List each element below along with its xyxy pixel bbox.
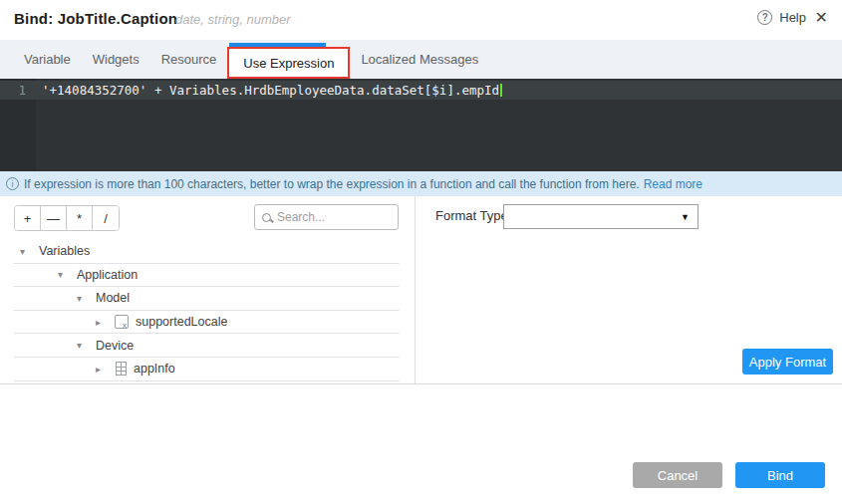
tree-item-label: supportedLocale	[136, 315, 227, 329]
editor-current-line: 1 '+14084352700' + Variables.HrdbEmploye…	[0, 81, 842, 100]
tab-bar: Variable Widgets Resource Use Expression…	[0, 40, 842, 79]
tree-item-supportedlocale[interactable]: ▸ x supportedLocale	[14, 311, 400, 335]
array-variable-icon: x	[115, 315, 129, 329]
format-type-dropdown[interactable]: ▼	[503, 204, 699, 229]
minus-operator-button[interactable]: —	[41, 206, 67, 230]
variables-panel: + — * / ▾ Variables ▾ Application	[0, 196, 416, 384]
bind-dialog: Bind: JobTitle.Caption date, string, num…	[0, 0, 842, 504]
format-panel: Format Type ▼ Apply Format	[417, 196, 842, 384]
expression-editor[interactable]: 1 '+14084352700' + Variables.HrdbEmploye…	[0, 79, 842, 171]
read-more-link[interactable]: Read more	[644, 177, 702, 191]
tree-item-appinfo[interactable]: ▸ appInfo	[14, 358, 400, 381]
chevron-right-icon[interactable]: ▸	[96, 364, 108, 375]
main-area: + — * / ▾ Variables ▾ Application	[0, 196, 842, 384]
apply-format-button[interactable]: Apply Format	[742, 349, 833, 375]
multiply-operator-button[interactable]: *	[67, 206, 93, 230]
tree-item-label: Model	[96, 291, 130, 305]
tab-use-expression[interactable]: Use Expression	[227, 47, 350, 79]
search-box[interactable]	[254, 204, 399, 230]
dialog-title: Bind: JobTitle.Caption	[14, 10, 177, 27]
expression-code: '+14084352700' + Variables.HrdbEmployeeD…	[36, 83, 499, 98]
tree-item-label: Variables	[39, 244, 90, 258]
tree-item-label: Device	[96, 339, 134, 353]
search-input[interactable]	[277, 210, 387, 224]
tree-item-application[interactable]: ▾ Application	[14, 264, 400, 288]
dialog-footer: Cancel Bind	[633, 462, 825, 488]
line-number: 1	[0, 83, 36, 98]
help-label: Help	[779, 10, 806, 25]
tab-widgets[interactable]: Widgets	[82, 40, 150, 79]
chevron-down-icon[interactable]: ▾	[20, 246, 32, 257]
chevron-right-icon[interactable]: ▸	[96, 317, 108, 328]
tab-localized-messages[interactable]: Localized Messages	[350, 40, 489, 79]
info-icon: i	[6, 177, 19, 190]
tree-item-label: Application	[77, 268, 138, 282]
close-icon[interactable]: ✕	[815, 9, 828, 27]
tree-item-variables[interactable]: ▾ Variables	[14, 240, 400, 264]
active-tab-indicator	[229, 43, 326, 47]
dialog-header: Bind: JobTitle.Caption date, string, num…	[0, 0, 842, 36]
info-text: If expression is more than 100 character…	[24, 177, 640, 191]
info-bar: i If expression is more than 100 charact…	[0, 171, 842, 196]
object-variable-icon	[116, 362, 127, 376]
tree-item-model[interactable]: ▾ Model	[14, 287, 400, 311]
chevron-down-icon[interactable]: ▾	[77, 340, 89, 351]
format-type-label: Format Type	[435, 208, 508, 223]
plus-operator-button[interactable]: +	[15, 206, 41, 230]
dialog-subtitle: date, string, number	[175, 12, 291, 27]
tree-item-label: appInfo	[134, 362, 175, 376]
divide-operator-button[interactable]: /	[93, 206, 119, 230]
tab-resource[interactable]: Resource	[150, 40, 228, 79]
tree-item-device[interactable]: ▾ Device	[14, 334, 400, 358]
tab-variable[interactable]: Variable	[13, 40, 82, 79]
bind-button[interactable]: Bind	[735, 462, 825, 488]
operator-button-group: + — * /	[14, 205, 120, 231]
cancel-button[interactable]: Cancel	[633, 462, 722, 488]
chevron-down-icon[interactable]: ▾	[58, 269, 70, 280]
variables-tree: ▾ Variables ▾ Application ▾ Model ▸ x su…	[0, 240, 416, 381]
chevron-down-icon[interactable]: ▾	[77, 293, 89, 304]
text-cursor	[500, 84, 502, 97]
search-icon	[262, 213, 271, 222]
help-icon: ?	[757, 10, 772, 25]
dropdown-arrow-icon: ▼	[681, 212, 690, 222]
tab-use-expression-label: Use Expression	[243, 56, 334, 71]
help-button[interactable]: ? Help	[757, 10, 806, 25]
